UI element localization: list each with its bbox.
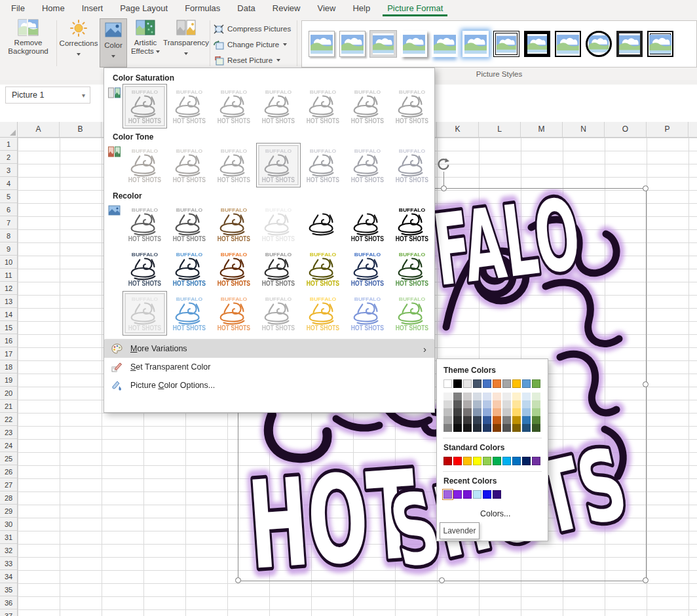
picture-style-thick-black[interactable] xyxy=(524,31,550,57)
recolor-option-r2-c4[interactable]: BUFFALO HOT SHOTS xyxy=(256,246,301,291)
tab-formulas[interactable]: Formulas xyxy=(176,0,229,16)
row-header-20[interactable]: 20 xyxy=(0,387,17,400)
theme-color-9[interactable] xyxy=(522,379,531,388)
theme-variant-r1-c4[interactable] xyxy=(473,393,481,400)
theme-variant-r3-c2[interactable] xyxy=(453,408,462,416)
row-header-3[interactable]: 3 xyxy=(0,164,17,177)
tone-option-1[interactable]: BUFFALO HOT SHOTS xyxy=(122,143,167,187)
more-colors-item[interactable]: Colors... xyxy=(443,509,542,518)
theme-variant-r5-c5[interactable] xyxy=(483,424,491,432)
theme-variant-r3-c8[interactable] xyxy=(512,408,521,416)
theme-variant-r5-c1[interactable] xyxy=(443,424,452,432)
column-header-N[interactable]: N xyxy=(563,122,605,137)
name-box-dropdown-icon[interactable]: ▾ xyxy=(82,92,85,99)
recolor-option-r2-c2[interactable]: BUFFALO HOT SHOTS xyxy=(167,246,212,291)
row-header-6[interactable]: 6 xyxy=(0,203,17,216)
row-header-30[interactable]: 30 xyxy=(0,518,17,531)
standard-color-8[interactable] xyxy=(512,457,521,465)
menu-item-more-variations[interactable]: More Variations › xyxy=(104,339,434,358)
saturation-option-3[interactable]: BUFFALO HOT SHOTS xyxy=(212,84,256,128)
theme-color-7[interactable] xyxy=(502,379,511,388)
selection-handle-4[interactable] xyxy=(235,577,241,583)
theme-variant-r5-c6[interactable] xyxy=(493,424,501,432)
theme-color-2[interactable] xyxy=(453,379,462,388)
selection-handle-6[interactable] xyxy=(643,577,649,583)
row-header-1[interactable]: 1 xyxy=(0,138,17,151)
theme-variant-r2-c7[interactable] xyxy=(502,400,511,408)
picture-style-simple-white[interactable] xyxy=(309,31,335,57)
theme-variant-r1-c9[interactable] xyxy=(522,393,531,400)
row-header-33[interactable]: 33 xyxy=(0,557,17,570)
standard-color-3[interactable] xyxy=(463,457,472,465)
theme-color-5[interactable] xyxy=(483,379,491,388)
theme-variant-r2-c1[interactable] xyxy=(443,400,452,408)
theme-variant-r2-c9[interactable] xyxy=(522,400,531,408)
transparency-button[interactable]: Transparency xyxy=(164,19,208,57)
tone-option-4[interactable]: BUFFALO HOT SHOTS xyxy=(256,143,301,187)
theme-variant-r1-c6[interactable] xyxy=(493,393,501,400)
theme-variant-r3-c3[interactable] xyxy=(463,408,472,416)
tab-view[interactable]: View xyxy=(309,0,344,16)
theme-variant-r1-c1[interactable] xyxy=(443,393,452,400)
row-header-4[interactable]: 4 xyxy=(0,177,17,190)
recolor-option-r3-c2[interactable]: BUFFALO HOT SHOTS xyxy=(167,291,212,336)
change-picture-button[interactable]: Change Picture xyxy=(214,38,287,51)
column-header-P[interactable]: P xyxy=(647,122,688,137)
recolor-option-r2-c6[interactable]: BUFFALO HOT SHOTS xyxy=(345,246,390,291)
theme-variant-r1-c10[interactable] xyxy=(532,393,540,400)
picture-style-clipped[interactable] xyxy=(647,31,673,57)
artistic-effects-button[interactable]: Artistic Effects xyxy=(128,19,162,56)
picture-style-double-black[interactable] xyxy=(493,31,519,57)
standard-color-2[interactable] xyxy=(453,457,462,465)
corrections-button[interactable]: Corrections xyxy=(59,19,98,58)
theme-variant-r3-c6[interactable] xyxy=(493,408,501,416)
row-header-28[interactable]: 28 xyxy=(0,491,17,505)
theme-variant-r3-c1[interactable] xyxy=(443,408,452,416)
theme-variant-r4-c7[interactable] xyxy=(502,416,511,424)
theme-variant-r3-c10[interactable] xyxy=(532,408,540,416)
tone-option-7[interactable]: BUFFALO HOT SHOTS xyxy=(390,143,434,187)
theme-variant-r3-c9[interactable] xyxy=(522,408,531,416)
recolor-option-r1-c6[interactable]: BUFFALO HOT SHOTS xyxy=(345,202,390,246)
picture-style-metal[interactable] xyxy=(616,31,643,57)
row-header-19[interactable]: 19 xyxy=(0,374,17,387)
standard-color-4[interactable] xyxy=(473,457,481,465)
tone-option-3[interactable]: BUFFALO HOT SHOTS xyxy=(212,143,256,187)
row-header-31[interactable]: 31 xyxy=(0,531,17,544)
tone-option-2[interactable]: BUFFALO HOT SHOTS xyxy=(167,143,212,187)
theme-variant-r5-c10[interactable] xyxy=(532,424,540,432)
standard-color-7[interactable] xyxy=(502,457,511,465)
color-button[interactable]: Color xyxy=(100,18,127,67)
column-header-B[interactable]: B xyxy=(60,122,102,137)
column-header-M[interactable]: M xyxy=(521,122,563,137)
row-header-34[interactable]: 34 xyxy=(0,570,17,583)
picture-style-reflection[interactable] xyxy=(432,31,458,57)
theme-variant-r4-c5[interactable] xyxy=(483,416,491,424)
theme-variant-r5-c2[interactable] xyxy=(453,424,462,432)
recolor-option-r2-c1[interactable]: BUFFALO HOT SHOTS xyxy=(122,246,167,291)
theme-color-4[interactable] xyxy=(473,379,481,388)
theme-variant-r4-c6[interactable] xyxy=(493,416,501,424)
theme-color-10[interactable] xyxy=(532,379,540,388)
saturation-option-7[interactable]: BUFFALO HOT SHOTS xyxy=(390,84,434,128)
recent-color-2[interactable] xyxy=(453,490,462,499)
recolor-option-r1-c3[interactable]: BUFFALO HOT SHOTS xyxy=(212,202,256,246)
selection-handle-5[interactable] xyxy=(439,577,445,583)
theme-variant-r5-c7[interactable] xyxy=(502,424,511,432)
row-header-18[interactable]: 18 xyxy=(0,360,17,374)
recolor-option-r2-c3[interactable]: BUFFALO HOT SHOTS xyxy=(212,246,256,291)
menu-item-picture-color-options[interactable]: Picture Color Options... xyxy=(104,376,434,395)
theme-color-3[interactable] xyxy=(463,379,472,388)
standard-color-10[interactable] xyxy=(532,457,540,465)
theme-variant-r1-c8[interactable] xyxy=(512,393,521,400)
theme-variant-r5-c9[interactable] xyxy=(522,424,531,432)
saturation-option-5[interactable]: BUFFALO HOT SHOTS xyxy=(301,84,345,128)
recolor-option-r1-c1[interactable]: BUFFALO HOT SHOTS xyxy=(122,202,167,246)
theme-variant-r5-c3[interactable] xyxy=(463,424,472,432)
theme-variant-r2-c6[interactable] xyxy=(493,400,501,408)
tone-option-5[interactable]: BUFFALO HOT SHOTS xyxy=(301,143,345,187)
tab-insert[interactable]: Insert xyxy=(73,0,112,16)
rotate-handle[interactable] xyxy=(436,157,451,174)
selection-handle-2[interactable] xyxy=(643,185,649,191)
row-header-29[interactable]: 29 xyxy=(0,505,17,518)
